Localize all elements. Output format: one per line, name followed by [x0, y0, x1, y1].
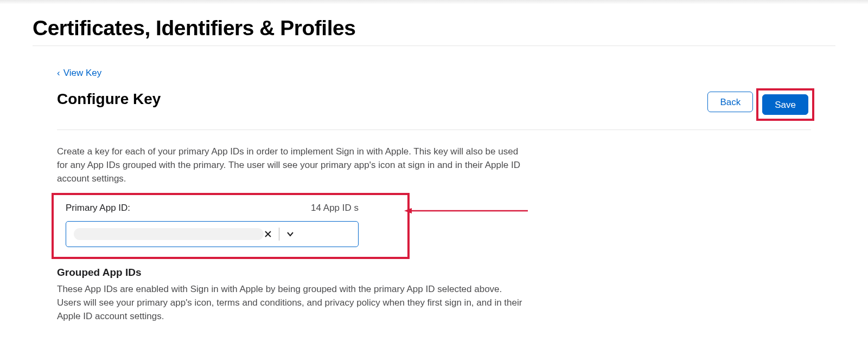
- intro-text: Create a key for each of your primary Ap…: [57, 145, 524, 185]
- primary-app-id-label: Primary App ID:: [66, 203, 130, 213]
- chevron-down-icon[interactable]: [286, 230, 295, 238]
- chevron-left-icon: ‹: [57, 68, 60, 79]
- clear-icon[interactable]: [264, 230, 272, 238]
- app-id-count: 14 App ID s: [311, 203, 359, 213]
- back-to-view-key-link[interactable]: ‹ View Key: [57, 68, 101, 79]
- page-title: Certificates, Identifiers & Profiles: [33, 0, 835, 46]
- subheader-row: Configure Key Back Save: [57, 90, 811, 130]
- content-area: ‹ View Key Configure Key Back Save Creat…: [33, 46, 835, 323]
- action-buttons: Back Save: [707, 90, 811, 118]
- grouped-app-ids-text: These App IDs are enabled with Sign in w…: [57, 283, 524, 323]
- save-button[interactable]: Save: [762, 94, 808, 115]
- grouped-app-ids-heading: Grouped App IDs: [57, 267, 811, 279]
- save-highlight-annotation: Save: [760, 92, 811, 118]
- backlink-label: View Key: [63, 68, 102, 79]
- select-value-redacted: [74, 228, 264, 240]
- select-controls: [264, 228, 295, 241]
- back-button[interactable]: Back: [707, 92, 753, 112]
- select-divider: [279, 228, 279, 241]
- primary-app-id-select[interactable]: [66, 221, 359, 247]
- configure-key-title: Configure Key: [57, 90, 161, 108]
- primary-app-id-section: Primary App ID: 14 App ID s: [57, 196, 404, 256]
- top-separator: [0, 0, 868, 4]
